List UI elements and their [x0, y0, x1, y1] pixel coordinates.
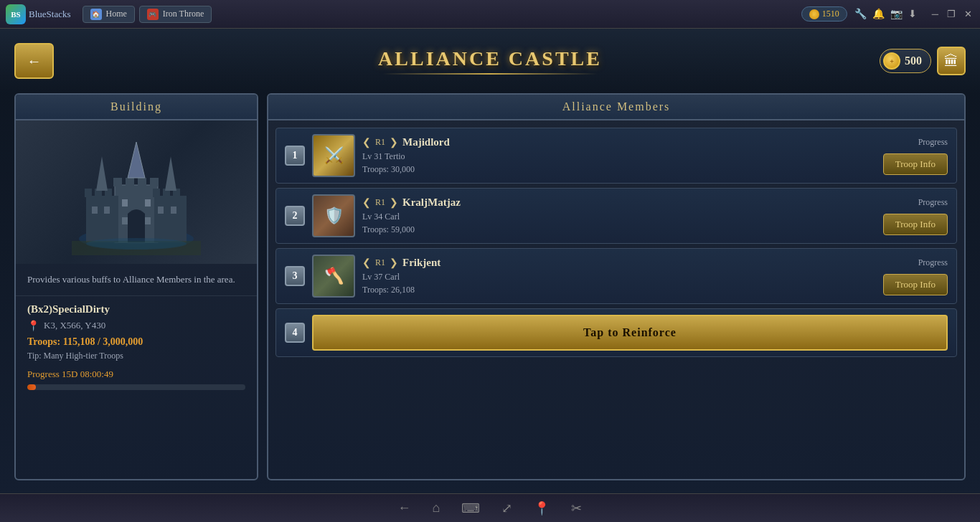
coin-area: + 500 🏛	[880, 47, 966, 75]
game-tab-icon: 🎮	[147, 9, 159, 20]
members-panel-header: Alliance Members	[268, 95, 964, 120]
coin-badge: + 500	[880, 49, 931, 73]
svg-point-29	[86, 238, 187, 250]
close-btn[interactable]: ✕	[962, 9, 974, 20]
restore-btn[interactable]: ❐	[945, 9, 958, 20]
member-troops-3: Troops: 26,108	[362, 285, 876, 295]
svg-rect-13	[153, 189, 160, 197]
member-progress-label-3: Progress	[918, 257, 948, 268]
member-name-row-1: ❮ R1 ❯ Majidlord	[362, 136, 876, 148]
avatar-1-icon: ⚔️	[324, 146, 344, 165]
download-icon[interactable]: ⬇	[908, 8, 917, 20]
svg-rect-26	[158, 207, 164, 214]
member-progress-label-1: Progress	[918, 137, 948, 148]
svg-rect-5	[126, 178, 134, 186]
member-right-2: Progress Troop Info	[883, 197, 948, 235]
troop-info-btn-3[interactable]: Troop Info	[883, 274, 948, 295]
title-container: ALLIANCE CASTLE	[378, 47, 602, 75]
member-level-2: Lv 34 Carl	[362, 212, 876, 222]
tip-text: Tip: Many High-tier Troops	[27, 351, 245, 361]
game-header: ← ALLIANCE CASTLE + 500 🏛	[0, 29, 980, 93]
member-name-3: Frikjent	[402, 257, 440, 269]
svg-marker-16	[128, 142, 145, 178]
member-info-1: ❮ R1 ❯ Majidlord Lv 31 Tertio Troops: 30…	[362, 136, 876, 175]
owner-name: (Bx2)SpecialDirty	[27, 303, 245, 315]
back-button[interactable]: ←	[14, 43, 54, 79]
building-desc-text: Provides various buffs to Alliance Membe…	[27, 274, 235, 285]
bluestacks-logo: BS	[6, 4, 26, 24]
brand-name: BlueStacks	[29, 9, 71, 20]
member-right-3: Progress Troop Info	[883, 257, 948, 295]
rank-right-deco-2: ❯	[390, 196, 398, 209]
progress-label: Progress 15D 08:00:49	[27, 369, 245, 380]
building-description: Provides various buffs to Alliance Membe…	[16, 264, 257, 296]
rank-left-deco-3: ❮	[362, 257, 371, 269]
member-number-1: 1	[285, 146, 305, 166]
members-panel-title: Alliance Members	[562, 100, 671, 113]
member-troops-2: Troops: 59,000	[362, 224, 876, 235]
keyboard-icon[interactable]: ⌨	[461, 500, 480, 516]
coin-icon: +	[883, 52, 900, 70]
troop-info-btn-1[interactable]: Troop Info	[883, 153, 948, 175]
tap-to-reinforce-button[interactable]: Tap to Reinforce	[312, 315, 948, 351]
member-name-row-3: ❮ R1 ❯ Frikjent	[362, 257, 876, 269]
member-progress-label-2: Progress	[918, 197, 948, 208]
troop-info-btn-2[interactable]: Troop Info	[883, 214, 948, 235]
back-nav-icon[interactable]: ←	[398, 500, 411, 516]
back-arrow-icon: ←	[27, 53, 42, 70]
svg-rect-20	[122, 199, 128, 207]
rank-badge-1: R1	[375, 137, 385, 148]
title-decoration	[382, 73, 598, 75]
home-tab-icon: 🏠	[90, 9, 102, 20]
bell-icon[interactable]: 🔔	[872, 8, 885, 20]
game-tab-label: Iron Throne	[163, 9, 204, 19]
home-tab[interactable]: 🏠 Home	[83, 6, 135, 23]
page-title: ALLIANCE CASTLE	[378, 47, 602, 70]
rank-badge-3: R1	[375, 257, 385, 268]
bank-icon[interactable]: 🏛	[937, 47, 966, 75]
member-level-1: Lv 31 Tertio	[362, 151, 876, 162]
points-badge: P 1510	[801, 6, 847, 22]
home-nav-icon[interactable]: ⌂	[433, 500, 440, 516]
zoom-icon[interactable]: ⤢	[501, 500, 512, 516]
member-avatar-3: 🪓	[312, 255, 355, 298]
game-tab[interactable]: 🎮 Iron Throne	[139, 6, 212, 23]
taskbar-icons: 🔧 🔔 📷 ⬇	[854, 8, 917, 20]
rank-right-deco-1: ❯	[390, 136, 398, 148]
member-avatar-2: 🛡️	[312, 194, 355, 237]
member-name-row-2: ❮ R1 ❯ KraljMatjaz	[362, 196, 876, 209]
svg-rect-27	[171, 207, 176, 214]
building-owner: (Bx2)SpecialDirty 📍 K3, X566, Y430 Troop…	[16, 296, 257, 397]
building-image	[16, 120, 257, 264]
minimize-btn[interactable]: ─	[930, 9, 941, 20]
building-panel: Building	[14, 93, 258, 480]
svg-rect-4	[113, 178, 122, 186]
reinforce-number: 4	[285, 323, 305, 343]
member-number-2: 2	[285, 206, 305, 226]
svg-marker-19	[165, 156, 176, 191]
members-list: 1 ⚔️ ❮ R1 ❯ Majidlord	[268, 120, 964, 364]
member-number-3: 3	[285, 266, 305, 286]
rank-right-deco-3: ❯	[390, 257, 398, 269]
taskbar: BS BlueStacks 🏠 Home 🎮 Iron Throne P 151…	[0, 0, 980, 29]
location-nav-icon[interactable]: 📍	[534, 500, 550, 516]
points-value: 1510	[822, 9, 839, 19]
svg-rect-7	[150, 178, 159, 186]
svg-rect-21	[145, 199, 151, 207]
progress-bar	[27, 384, 245, 390]
members-panel: Alliance Members 1 ⚔️ ❮ R1	[267, 93, 966, 480]
scissors-icon[interactable]: ✂	[571, 500, 582, 516]
castle-illustration	[65, 128, 208, 257]
member-name-1: Majidlord	[402, 136, 450, 148]
member-avatar-1: ⚔️	[312, 134, 355, 177]
reinforce-row: 4 Tap to Reinforce	[275, 308, 957, 357]
game-area: ← ALLIANCE CASTLE + 500 🏛 Building	[0, 29, 980, 493]
member-row-3: 3 🪓 ❮ R1 ❯ Frikjent	[275, 248, 957, 304]
camera-icon[interactable]: 📷	[890, 8, 903, 20]
window-controls: ─ ❐ ✕	[930, 9, 974, 20]
location-pin-icon: 📍	[27, 320, 39, 332]
member-level-3: Lv 37 Carl	[362, 272, 876, 283]
member-row-1: 1 ⚔️ ❮ R1 ❯ Majidlord	[275, 128, 957, 184]
wrench-icon[interactable]: 🔧	[854, 8, 867, 20]
avatar-3-icon: 🪓	[324, 267, 344, 285]
